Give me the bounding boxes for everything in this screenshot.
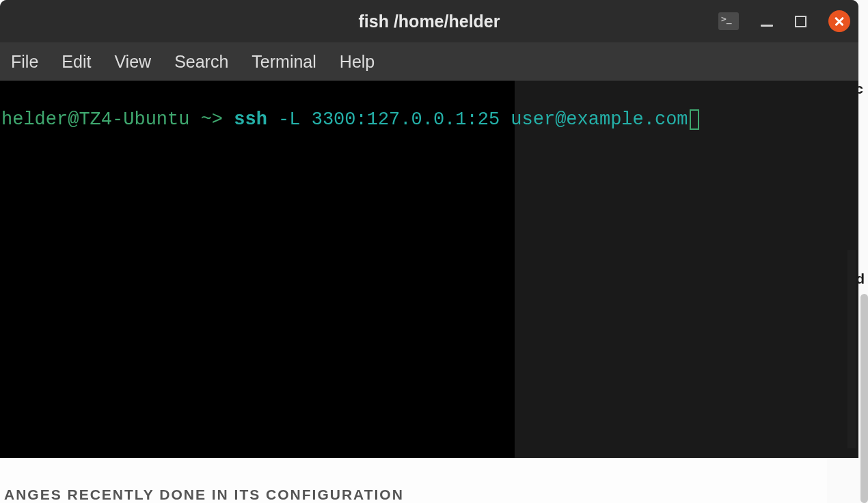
- menubar: File Edit View Search Terminal Help: [0, 42, 858, 81]
- terminal-bg-light: [515, 81, 858, 458]
- shell-command: ssh: [234, 109, 267, 130]
- terminal-window: fish /home/helder File Edit View Search …: [0, 0, 858, 458]
- titlebar[interactable]: fish /home/helder: [0, 0, 858, 42]
- background-scrollbar[interactable]: [860, 294, 868, 503]
- menu-help[interactable]: Help: [340, 52, 375, 72]
- background-heading: ANGES RECENTLY DONE IN ITS CONFIGURATION: [4, 487, 404, 503]
- menu-file[interactable]: File: [11, 52, 38, 72]
- terminal-line: helder@TZ4-Ubuntu ~> ssh -L 3300:127.0.0…: [1, 108, 857, 132]
- shell-args: -L 3300:127.0.0.1:25 user@example.com: [267, 109, 688, 130]
- window-title: fish /home/helder: [359, 12, 500, 31]
- terminal-scrollbar[interactable]: [847, 250, 856, 448]
- window-controls: [718, 10, 850, 32]
- menu-edit[interactable]: Edit: [62, 52, 91, 72]
- terminal-bg-dark: [0, 81, 515, 458]
- menu-view[interactable]: View: [114, 52, 151, 72]
- close-button[interactable]: [828, 10, 850, 32]
- app-indicator-icon[interactable]: [718, 12, 739, 30]
- maximize-button[interactable]: [795, 16, 806, 27]
- menu-search[interactable]: Search: [174, 52, 228, 72]
- shell-prompt: helder@TZ4-Ubuntu ~>: [1, 109, 234, 130]
- terminal-body[interactable]: helder@TZ4-Ubuntu ~> ssh -L 3300:127.0.0…: [0, 81, 858, 458]
- minimize-button[interactable]: [761, 16, 773, 27]
- cursor-icon: [690, 109, 699, 130]
- menu-terminal[interactable]: Terminal: [252, 52, 316, 72]
